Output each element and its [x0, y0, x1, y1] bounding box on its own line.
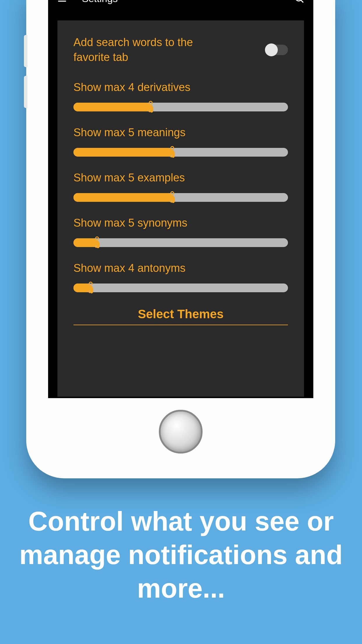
favorite-toggle-row: Add search words to the favorite tab: [73, 35, 288, 65]
slider-track[interactable]: [73, 237, 288, 248]
menu-icon[interactable]: [57, 0, 67, 4]
slider-section: Show max 4 derivatives: [73, 81, 288, 112]
slider-label: Show max 4 derivatives: [73, 81, 288, 94]
slider-handle-icon[interactable]: [167, 191, 178, 204]
phone-side-button: [24, 76, 27, 108]
app-bar: Settings: [48, 0, 313, 9]
slider-track[interactable]: [73, 102, 288, 112]
slider-label: Show max 4 antonyms: [73, 262, 288, 274]
settings-panel: Add search words to the favorite tab Sho…: [57, 20, 304, 397]
slider-section: Show max 5 examples: [73, 172, 288, 203]
search-icon[interactable]: [294, 0, 305, 4]
slider-section: Show max 5 meanings: [73, 126, 288, 158]
slider-label: Show max 5 examples: [73, 172, 288, 184]
select-themes-button[interactable]: Select Themes: [73, 307, 288, 325]
slider-handle-icon[interactable]: [92, 236, 102, 249]
home-button[interactable]: [159, 410, 203, 454]
favorite-toggle-switch[interactable]: [266, 45, 288, 55]
slider-track-fill: [73, 148, 172, 157]
toggle-knob: [265, 43, 278, 56]
svg-point-7: [171, 192, 173, 195]
svg-point-9: [89, 282, 92, 285]
favorite-toggle-label: Add search words to the favorite tab: [73, 35, 225, 65]
svg-line-4: [301, 0, 303, 2]
slider-handle-icon[interactable]: [145, 101, 156, 113]
slider-handle-icon[interactable]: [167, 146, 178, 159]
slider-track-bg: [73, 284, 288, 292]
slider-track[interactable]: [73, 192, 288, 203]
slider-handle-icon[interactable]: [85, 281, 96, 294]
phone-screen: Settings Add search words to the favorit…: [48, 0, 313, 398]
svg-point-8: [96, 237, 99, 240]
svg-point-5: [149, 101, 152, 104]
slider-section: Show max 4 antonyms: [73, 262, 288, 293]
phone-side-button: [24, 35, 27, 67]
slider-label: Show max 5 meanings: [73, 126, 288, 139]
slider-track[interactable]: [73, 147, 288, 158]
slider-track-fill: [73, 193, 172, 202]
slider-track-fill: [73, 103, 151, 111]
marketing-headline: Control what you see or manage notificat…: [0, 505, 362, 605]
svg-point-6: [171, 146, 173, 149]
page-title: Settings: [82, 0, 294, 4]
slider-track[interactable]: [73, 283, 288, 293]
slider-track-bg: [73, 238, 288, 247]
slider-section: Show max 5 synonyms: [73, 217, 288, 248]
slider-label: Show max 5 synonyms: [73, 217, 288, 229]
phone-frame: Settings Add search words to the favorit…: [26, 0, 335, 478]
